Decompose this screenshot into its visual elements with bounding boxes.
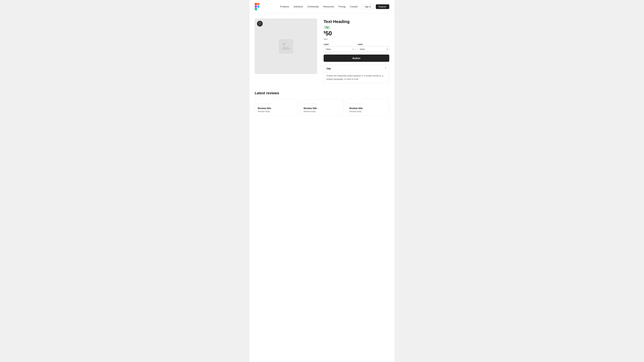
dropdown-wrapper-1: Value Option 2 Option 3 ▾ xyxy=(324,46,355,52)
review-title-2: Review title xyxy=(349,107,386,110)
review-card-0: ☆ ☆ ☆ ☆ ☆ Review title Review body xyxy=(255,99,298,116)
reviews-grid: ☆ ☆ ☆ ☆ ☆ Review title Review body ☆ ☆ xyxy=(255,99,389,116)
star-4: ☆ xyxy=(266,102,268,105)
nav-contact[interactable]: Contact xyxy=(350,5,358,8)
svg-rect-0 xyxy=(279,39,293,53)
star-3: ☆ xyxy=(355,102,357,105)
dropdown-group-1: Label Value Option 2 Option 3 ▾ xyxy=(324,43,355,52)
nav-actions: Sign in Register xyxy=(362,4,389,9)
nav-links: Products Solutions Community Resources P… xyxy=(280,5,358,8)
price-value: 50 xyxy=(326,30,332,37)
figma-logo[interactable] xyxy=(255,3,260,10)
star-3: ☆ xyxy=(263,102,266,105)
cta-button[interactable]: Button xyxy=(324,54,389,62)
product-title: Text Heading xyxy=(324,19,389,24)
product-image xyxy=(255,18,317,74)
star-2: ☆ xyxy=(306,102,309,105)
product-price: $50 xyxy=(324,30,389,36)
product-description: Text xyxy=(324,38,389,40)
heart-icon xyxy=(258,22,261,25)
star-row-2: ☆ ☆ ☆ ☆ ☆ xyxy=(349,102,386,105)
star-2: ☆ xyxy=(260,102,263,105)
chevron-up-icon: ⌃ xyxy=(384,67,386,70)
nav-products[interactable]: Products xyxy=(280,5,289,8)
dropdown-select-1[interactable]: Value Option 2 Option 3 xyxy=(324,46,355,52)
review-title-0: Review title xyxy=(258,107,295,110)
product-tag: Tag xyxy=(324,26,330,29)
star-4: ☆ xyxy=(358,102,360,105)
logo[interactable] xyxy=(255,3,260,10)
faq-accordion: Title ⌃ Answer the frequently asked ques… xyxy=(324,65,389,83)
main-content: Text Heading Tag $50 Text Label Value xyxy=(250,13,394,122)
star-row-1: ☆ ☆ ☆ ☆ ☆ xyxy=(304,102,340,105)
nav-community[interactable]: Community xyxy=(307,5,319,8)
reviews-title: Latest reviews xyxy=(255,91,389,95)
review-card-1: ☆ ☆ ☆ ☆ ☆ Review title Review body xyxy=(300,99,344,116)
image-placeholder-icon xyxy=(279,39,293,53)
nav-resources[interactable]: Resources xyxy=(323,5,334,8)
faq-header[interactable]: Title ⌃ xyxy=(324,65,389,72)
product-section: Text Heading Tag $50 Text Label Value xyxy=(255,18,389,83)
dropdowns-row: Label Value Option 2 Option 3 ▾ xyxy=(324,43,389,52)
star-3: ☆ xyxy=(309,102,311,105)
dropdown-wrapper-2: Value Option 2 Option 3 ▾ xyxy=(358,46,389,52)
price-symbol: $ xyxy=(324,30,326,34)
product-info: Text Heading Tag $50 Text Label Value xyxy=(324,18,389,83)
star-row-0: ☆ ☆ ☆ ☆ ☆ xyxy=(258,102,295,105)
navbar: .logo-glyph { font-size: 26px; font-weig… xyxy=(250,0,394,13)
review-card-2: ☆ ☆ ☆ ☆ ☆ Review title Review body xyxy=(346,99,389,116)
star-5: ☆ xyxy=(269,102,271,105)
star-2: ☆ xyxy=(352,102,354,105)
star-4: ☆ xyxy=(312,102,314,105)
nav-solutions[interactable]: Solutions xyxy=(294,5,303,8)
dropdown-group-2: Label Value Option 2 Option 3 ▾ xyxy=(358,43,389,52)
star-5: ☆ xyxy=(314,102,317,105)
star-1: ☆ xyxy=(258,102,260,105)
reviews-section: Latest reviews ☆ ☆ ☆ ☆ ☆ Review title Re… xyxy=(255,91,389,116)
review-body-0: Review body xyxy=(258,110,295,113)
dropdown-label-2: Label xyxy=(358,43,389,45)
dropdown-label-1: Label xyxy=(324,43,355,45)
register-button[interactable]: Register xyxy=(376,4,389,9)
nav-pricing[interactable]: Pricing xyxy=(338,5,346,8)
product-image-wrap xyxy=(255,18,317,74)
faq-body: Answer the frequently asked question in … xyxy=(324,72,389,83)
signin-button[interactable]: Sign in xyxy=(362,4,374,9)
wishlist-button[interactable] xyxy=(257,21,263,26)
review-body-1: Review body xyxy=(304,110,340,113)
star-1: ☆ xyxy=(304,102,306,105)
star-1: ☆ xyxy=(349,102,352,105)
review-body-2: Review body xyxy=(349,110,386,113)
star-5: ☆ xyxy=(360,102,362,105)
faq-title: Title xyxy=(326,67,331,70)
review-title-1: Review title xyxy=(304,107,340,110)
dropdown-select-2[interactable]: Value Option 2 Option 3 xyxy=(358,46,389,52)
svg-point-1 xyxy=(282,43,285,45)
